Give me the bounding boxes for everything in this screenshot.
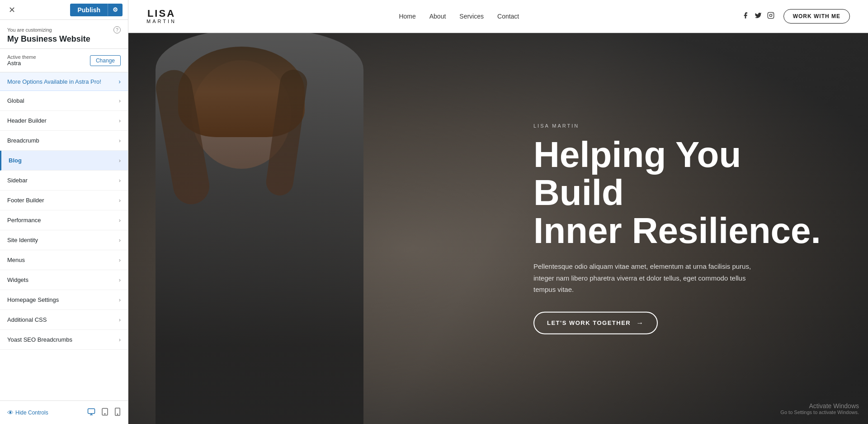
hide-controls-button[interactable]: 👁 Hide Controls — [7, 409, 48, 416]
chevron-right-icon: › — [119, 197, 121, 204]
close-button[interactable]: ✕ — [5, 4, 18, 16]
svg-point-4 — [117, 414, 118, 414]
publish-label: Publish — [70, 4, 108, 16]
chevron-right-icon: › — [119, 296, 121, 303]
sidebar-item-yoast-seo[interactable]: Yoast SEO Breadcrumbs › — [0, 330, 128, 350]
hero-heading: Helping You Build Inner Resilience. — [533, 136, 841, 250]
theme-section: Active theme Astra Change — [0, 49, 128, 72]
facebook-icon[interactable] — [742, 12, 749, 21]
sidebar-item-header-builder[interactable]: Header Builder › — [0, 111, 128, 131]
chevron-right-icon: › — [119, 137, 121, 144]
hero-content: LISA MARTIN Helping You Build Inner Resi… — [533, 123, 841, 334]
nav-divider — [128, 33, 868, 33]
mobile-view-icon[interactable] — [114, 408, 121, 418]
sidebar-item-site-identity[interactable]: Site Identity › — [0, 230, 128, 250]
chevron-right-icon: › — [119, 97, 121, 104]
nav-links: Home About Services Contact — [399, 13, 519, 20]
arrow-icon: → — [636, 319, 644, 327]
sidebar-item-sidebar[interactable]: Sidebar › — [0, 171, 128, 191]
chevron-right-icon: › — [119, 276, 121, 283]
bottom-bar: 👁 Hide Controls — [0, 400, 128, 424]
svg-rect-0 — [88, 409, 95, 414]
top-bar: ✕ Publish ⚙ — [0, 0, 128, 20]
logo-name: LISA — [147, 9, 175, 19]
view-icons — [87, 408, 121, 418]
svg-point-6 — [769, 14, 772, 16]
twitter-icon[interactable] — [755, 12, 762, 21]
help-icon[interactable]: ? — [113, 26, 121, 33]
hero-cta-button[interactable]: LET'S WORK TOGETHER → — [533, 311, 658, 334]
site-navigation: LISA MARTIN Home About Services Contact — [128, 0, 868, 33]
work-with-me-button[interactable]: WORK WITH ME — [783, 9, 850, 24]
tablet-view-icon[interactable] — [101, 408, 109, 418]
site-title: My Business Website — [7, 34, 121, 44]
social-icons — [742, 12, 774, 21]
logo-sub: MARTIN — [146, 19, 176, 24]
publish-button[interactable]: Publish ⚙ — [70, 4, 123, 16]
chevron-right-icon: › — [119, 336, 121, 343]
sidebar-item-blog[interactable]: Blog › — [0, 151, 128, 171]
nav-link-contact[interactable]: Contact — [497, 13, 519, 20]
theme-name: Astra — [7, 60, 36, 67]
svg-point-2 — [104, 413, 105, 414]
chevron-right-icon: › — [119, 217, 121, 224]
chevron-right-icon: › — [119, 237, 121, 243]
nav-link-services[interactable]: Services — [459, 13, 484, 20]
hero-section: LISA MARTIN Helping You Build Inner Resi… — [128, 33, 868, 424]
hero-subtext: Pellentesque odio aliquam vitae amet, el… — [533, 261, 769, 295]
astra-pro-text: More Options Available in Astra Pro! — [7, 78, 101, 85]
sidebar-item-additional-css[interactable]: Additional CSS › — [0, 310, 128, 330]
hero-tagline: LISA MARTIN — [533, 123, 841, 129]
nav-right: WORK WITH ME — [742, 9, 850, 24]
desktop-view-icon[interactable] — [87, 408, 95, 418]
change-theme-button[interactable]: Change — [90, 55, 121, 66]
customizing-info: You are customizing ? My Business Websit… — [0, 20, 128, 49]
svg-rect-5 — [768, 12, 774, 18]
sidebar-item-performance[interactable]: Performance › — [0, 210, 128, 230]
sidebar-item-homepage-settings[interactable]: Homepage Settings › — [0, 290, 128, 310]
nav-link-about[interactable]: About — [429, 13, 446, 20]
gear-icon[interactable]: ⚙ — [108, 4, 123, 16]
chevron-right-icon: › — [119, 117, 121, 124]
sidebar-item-breadcrumb[interactable]: Breadcrumb › — [0, 131, 128, 151]
customizing-label: You are customizing ? — [7, 26, 121, 33]
eye-icon: 👁 — [7, 409, 14, 416]
active-theme-label: Active theme — [7, 54, 36, 60]
website-content: LISA MARTIN Home About Services Contact — [128, 0, 868, 424]
hero-cta-label: LET'S WORK TOGETHER — [547, 319, 631, 326]
chevron-right-icon: › — [119, 157, 121, 164]
customizer-panel: ✕ Publish ⚙ You are customizing ? My Bus… — [0, 0, 128, 424]
instagram-icon[interactable] — [767, 12, 774, 21]
sidebar-item-menus[interactable]: Menus › — [0, 250, 128, 270]
sidebar-item-footer-builder[interactable]: Footer Builder › — [0, 191, 128, 210]
astra-pro-banner[interactable]: More Options Available in Astra Pro! › — [0, 72, 128, 91]
sidebar-item-global[interactable]: Global › — [0, 91, 128, 111]
chevron-right-icon: › — [118, 78, 121, 85]
chevron-right-icon: › — [119, 177, 121, 184]
website-preview: LISA MARTIN Home About Services Contact — [128, 0, 868, 424]
site-logo: LISA MARTIN — [146, 9, 176, 24]
sidebar-item-widgets[interactable]: Widgets › — [0, 270, 128, 290]
customizer-menu-list: Global › Header Builder › Breadcrumb › B… — [0, 91, 128, 400]
chevron-right-icon: › — [119, 316, 121, 323]
chevron-right-icon: › — [119, 257, 121, 263]
svg-point-7 — [772, 13, 773, 14]
nav-link-home[interactable]: Home — [399, 13, 415, 20]
